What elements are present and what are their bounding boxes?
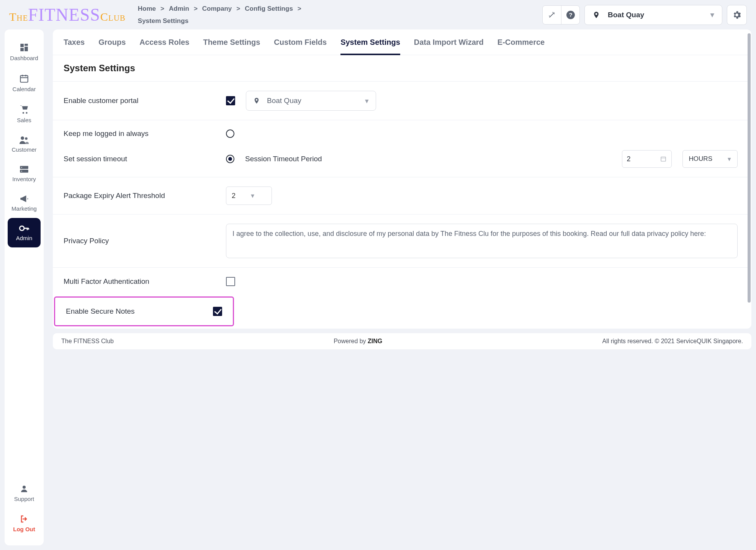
breadcrumb-company[interactable]: Company — [202, 5, 232, 13]
cart-icon — [19, 105, 29, 115]
chevron-down-icon: ▾ — [251, 192, 254, 200]
tab-groups[interactable]: Groups — [98, 38, 126, 55]
setting-label: Keep me logged in always — [64, 129, 217, 138]
setting-label: Multi Factor Authentication — [64, 277, 217, 286]
sidebar-item-calendar[interactable]: Calendar — [5, 67, 44, 98]
footer-left: The FITNESS Club — [61, 338, 114, 345]
users-icon — [19, 136, 29, 144]
setting-mfa: Multi Factor Authentication — [53, 267, 748, 295]
privacy-policy-textarea[interactable]: I agree to the collection, use, and disc… — [226, 224, 738, 258]
footer-powered-by: Powered by ZING — [114, 338, 602, 345]
logout-icon — [20, 514, 29, 524]
sidebar-item-logout[interactable]: Log Out — [5, 508, 44, 539]
settings-gear-button[interactable] — [727, 5, 747, 25]
sidebar-item-dashboard[interactable]: Dashboard — [5, 36, 44, 67]
chevron-right-icon: > — [298, 5, 301, 13]
header: TheFITNESSClub Home > Admin > Company > … — [0, 0, 756, 29]
logo-club: Club — [100, 10, 126, 23]
svg-point-17 — [21, 171, 22, 172]
location-select-value: Boat Quay — [267, 97, 301, 105]
footer-right: All rights reserved. © 2021 ServiceQUIK … — [602, 338, 743, 345]
svg-point-13 — [25, 137, 28, 140]
session-timeout-value-input[interactable]: 2 — [622, 150, 672, 168]
footer: The FITNESS Club Powered by ZING All rig… — [53, 333, 751, 349]
sidebar-item-label: Dashboard — [10, 55, 38, 61]
header-icon-group: ? — [542, 5, 580, 25]
setting-label: Package Expiry Alert Threshold — [64, 192, 217, 200]
svg-point-19 — [23, 486, 26, 489]
sidebar-item-support[interactable]: Support — [5, 478, 44, 508]
sidebar-item-marketing[interactable]: Marketing — [5, 188, 44, 218]
setting-privacy-policy: Privacy Policy I agree to the collection… — [53, 214, 748, 267]
setting-package-expiry: Package Expiry Alert Threshold 2 ▾ — [53, 177, 748, 214]
svg-point-16 — [21, 167, 22, 168]
mfa-checkbox[interactable] — [226, 277, 235, 286]
sidebar-item-customer[interactable]: Customer — [5, 129, 44, 159]
breadcrumb-line2: System Settings — [138, 17, 530, 25]
package-expiry-value: 2 — [232, 192, 236, 200]
key-icon — [19, 224, 29, 232]
session-timeout-radio[interactable] — [226, 155, 234, 163]
breadcrumb-config-settings[interactable]: Config Settings — [245, 5, 293, 13]
dashboard-icon — [19, 43, 29, 52]
breadcrumb-admin[interactable]: Admin — [169, 5, 189, 13]
tab-access-roles[interactable]: Access Roles — [139, 38, 189, 55]
gear-icon — [732, 10, 742, 20]
tab-custom-fields[interactable]: Custom Fields — [274, 38, 327, 55]
svg-point-12 — [21, 136, 24, 140]
logo-fitness: FITNESS — [28, 5, 100, 25]
sidebar-item-inventory[interactable]: Inventory — [5, 159, 44, 188]
chevron-right-icon: > — [236, 5, 240, 13]
breadcrumb-home[interactable]: Home — [138, 5, 156, 13]
map-pin-icon — [592, 10, 600, 20]
svg-rect-20 — [661, 157, 666, 161]
tab-taxes[interactable]: Taxes — [64, 38, 85, 55]
session-timeout-period-label: Session Timeout Period — [245, 155, 322, 163]
sidebar-item-label: Sales — [17, 117, 31, 123]
secure-notes-checkbox[interactable] — [213, 307, 222, 316]
sidebar-item-label: Support — [14, 496, 34, 502]
page-title: System Settings — [53, 55, 748, 81]
setting-keep-logged-in: Keep me logged in always — [53, 120, 748, 147]
megaphone-icon — [19, 195, 29, 203]
sidebar-item-label: Calendar — [13, 86, 36, 92]
sidebar-item-admin[interactable]: Admin — [8, 218, 41, 247]
setting-label: Set session timeout — [64, 155, 217, 163]
session-timeout-value: 2 — [627, 155, 631, 163]
svg-point-11 — [26, 112, 27, 114]
svg-point-10 — [23, 112, 24, 114]
chevron-down-icon: ▾ — [710, 10, 714, 19]
chevron-right-icon: > — [194, 5, 198, 13]
setting-secure-notes: Enable Secure Notes — [54, 296, 234, 326]
help-icon[interactable]: ? — [561, 6, 579, 24]
package-expiry-select[interactable]: 2 ▾ — [226, 187, 272, 205]
chevron-right-icon: > — [160, 5, 164, 13]
keep-logged-in-radio[interactable] — [226, 129, 234, 138]
setting-label: Enable Secure Notes — [66, 307, 204, 316]
svg-rect-4 — [25, 47, 28, 51]
customer-portal-location-select[interactable]: Boat Quay ▾ — [246, 91, 376, 111]
session-timeout-unit: HOURS — [689, 155, 712, 163]
breadcrumb-system-settings[interactable]: System Settings — [138, 17, 188, 25]
setting-session-timeout: Set session timeout Session Timeout Peri… — [53, 147, 748, 177]
location-value: Boat Quay — [608, 11, 644, 19]
sidebar-item-label: Log Out — [13, 526, 35, 532]
person-icon — [20, 484, 29, 493]
sidebar-item-sales[interactable]: Sales — [5, 98, 44, 129]
tab-system-settings[interactable]: System Settings — [340, 38, 400, 55]
session-timeout-unit-select[interactable]: HOURS ▾ — [682, 150, 738, 168]
chevron-down-icon: ▾ — [728, 155, 731, 163]
breadcrumb: Home > Admin > Company > Config Settings… — [138, 5, 530, 13]
location-dropdown[interactable]: Boat Quay ▾ — [584, 5, 722, 25]
svg-text:?: ? — [569, 11, 572, 18]
customer-portal-checkbox[interactable] — [226, 96, 235, 105]
tab-data-import-wizard[interactable]: Data Import Wizard — [414, 38, 484, 55]
tab-theme-settings[interactable]: Theme Settings — [203, 38, 260, 55]
sidebar-item-label: Admin — [16, 235, 33, 241]
svg-rect-3 — [25, 44, 28, 46]
setting-enable-customer-portal: Enable customer portal Boat Quay ▾ — [53, 81, 748, 120]
tab-ecommerce[interactable]: E-Commerce — [497, 38, 545, 55]
magic-wand-icon[interactable] — [543, 6, 561, 24]
scrollbar[interactable] — [748, 33, 751, 303]
calendar-small-icon — [660, 156, 667, 162]
